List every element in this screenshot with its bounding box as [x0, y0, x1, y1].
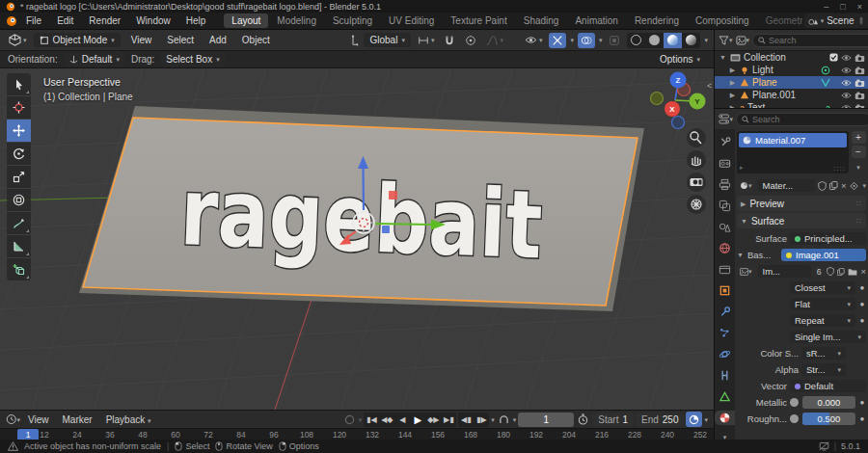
- menu-window[interactable]: Window: [129, 14, 177, 27]
- node-link-dropdown[interactable]: ▾: [862, 182, 866, 189]
- tab-world[interactable]: [715, 241, 735, 255]
- tool-cursor[interactable]: [7, 96, 31, 119]
- snap-target-button[interactable]: ▾: [415, 33, 438, 48]
- fake-user-shield-icon[interactable]: [827, 267, 834, 276]
- outliner-search-input[interactable]: [769, 36, 868, 45]
- tab-sculpting[interactable]: Sculpting: [325, 13, 380, 28]
- sidebar-collapse-arrow[interactable]: <: [707, 81, 712, 91]
- tool-annotate[interactable]: [7, 212, 31, 234]
- image-users-count[interactable]: 6: [814, 265, 825, 278]
- material-slot-active[interactable]: Material.007: [739, 133, 847, 147]
- tool-measure[interactable]: [7, 235, 31, 257]
- material-name-field[interactable]: Mater...: [758, 179, 815, 192]
- loop-toggle-button[interactable]: [497, 413, 511, 427]
- tab-modifiers[interactable]: [715, 305, 735, 319]
- tab-particles[interactable]: [715, 326, 735, 340]
- step-dropdown[interactable]: ▾: [491, 416, 495, 423]
- camera-render-icon[interactable]: [854, 54, 865, 62]
- tab-constraints[interactable]: [715, 368, 735, 383]
- camera-render-icon[interactable]: [854, 79, 865, 87]
- scene-selector[interactable]: ▾ Scene ×: [804, 13, 868, 28]
- viewport-zoom-button[interactable]: [687, 128, 706, 147]
- overlays-dropdown[interactable]: ▾: [599, 37, 603, 43]
- copy-datablock-icon[interactable]: [837, 268, 845, 276]
- viewport-pan-button[interactable]: [687, 150, 706, 170]
- eye-icon[interactable]: [841, 54, 852, 62]
- add-material-slot-button[interactable]: +: [852, 131, 866, 144]
- nav-gizmo[interactable]: Z Y X: [651, 72, 706, 129]
- properties-search-input[interactable]: [752, 115, 865, 124]
- timeline-menu-marker[interactable]: Marker: [57, 413, 98, 426]
- xray-toggle[interactable]: [606, 33, 623, 48]
- shading-wireframe-button[interactable]: [627, 33, 645, 48]
- playback-sync-button[interactable]: [686, 412, 702, 427]
- color-space-dropdown[interactable]: sR...▾: [801, 347, 846, 360]
- transform-pivot-icon[interactable]: [345, 33, 360, 47]
- alpha-dropdown[interactable]: Str...▾: [801, 363, 846, 376]
- fake-user-shield-icon[interactable]: [818, 181, 827, 191]
- properties-editor-type-button[interactable]: ▾: [719, 112, 733, 126]
- outliner-display-mode-button[interactable]: ▾: [736, 33, 750, 47]
- roughness-socket-icon[interactable]: [790, 414, 799, 423]
- tab-render[interactable]: [715, 156, 735, 171]
- camera-render-icon[interactable]: [854, 67, 865, 74]
- unlink-material-icon[interactable]: ×: [841, 180, 847, 191]
- open-folder-icon[interactable]: [848, 268, 857, 276]
- loop-dropdown[interactable]: ▾: [513, 416, 517, 423]
- keying-dropdown[interactable]: ▾: [359, 416, 363, 423]
- vector-input[interactable]: Default: [790, 380, 866, 392]
- tool-move[interactable]: [7, 120, 31, 142]
- timeline-menu-playback[interactable]: Playback ▾: [100, 413, 157, 426]
- tool-rotate[interactable]: [7, 143, 31, 165]
- outliner-row-plane[interactable]: ▶ Plane: [715, 76, 868, 89]
- tab-layout[interactable]: Layout: [224, 13, 268, 28]
- surface-panel-header[interactable]: ▼Surface∷: [737, 213, 866, 228]
- viewport-perspective-button[interactable]: [687, 195, 706, 214]
- image-name-field[interactable]: Im...: [758, 265, 811, 278]
- camera-render-icon[interactable]: [854, 92, 865, 99]
- visibility-dropdown[interactable]: ▾: [522, 33, 546, 48]
- metallic-slider[interactable]: 0.000: [802, 396, 855, 409]
- outliner-row-plane-001[interactable]: ▶ Plane.001: [715, 89, 868, 101]
- properties-search[interactable]: [736, 113, 868, 126]
- pin-icon[interactable]: [857, 16, 865, 25]
- node-link-icon[interactable]: [849, 181, 859, 191]
- tool-transform[interactable]: [7, 189, 31, 211]
- outliner-search[interactable]: [752, 34, 868, 47]
- menu-view[interactable]: View: [124, 34, 159, 46]
- light-data-icon[interactable]: [821, 66, 830, 75]
- mesh-data-icon[interactable]: [821, 78, 830, 87]
- jump-to-start-button[interactable]: ▮◀: [364, 415, 379, 424]
- nav-axis-neg-y[interactable]: [651, 93, 664, 105]
- blender-menu-icon[interactable]: [6, 13, 17, 28]
- tab-animation[interactable]: Animation: [567, 13, 625, 28]
- tab-data[interactable]: [715, 389, 735, 404]
- interpolation-dropdown[interactable]: Closest▾: [790, 281, 855, 294]
- remove-material-slot-button[interactable]: −: [852, 146, 866, 158]
- slot-list-expand-icon[interactable]: ▸: [740, 164, 744, 173]
- timeline-ruler[interactable]: 1 12243648607284961081201321441561681801…: [0, 428, 714, 440]
- proportional-falloff-button[interactable]: ▾: [483, 33, 506, 48]
- metallic-socket-icon[interactable]: [790, 398, 799, 407]
- copy-datablock-icon[interactable]: [829, 181, 838, 190]
- outliner-row-text[interactable]: ▶ a Text a: [715, 101, 868, 108]
- browse-image-button[interactable]: ▾: [737, 265, 755, 278]
- tab-material[interactable]: [715, 411, 735, 425]
- menu-add[interactable]: Add: [203, 34, 233, 46]
- outliner-row-collection[interactable]: ▼ Collection: [715, 51, 868, 64]
- end-frame-field[interactable]: End250: [636, 413, 684, 427]
- tab-physics[interactable]: [715, 347, 735, 361]
- next-keyframe-button[interactable]: ◆▶: [425, 415, 441, 424]
- 3d-viewport[interactable]: ragebait.ai ragebait: [0, 68, 714, 410]
- minimize-button[interactable]: –: [824, 2, 828, 12]
- menu-help[interactable]: Help: [179, 14, 213, 27]
- menu-file[interactable]: File: [19, 14, 48, 27]
- snap-magnet-button[interactable]: [441, 33, 458, 48]
- auto-keying-record-button[interactable]: [342, 413, 357, 427]
- close-button[interactable]: ×: [857, 2, 862, 12]
- tab-rendering[interactable]: Rendering: [627, 13, 687, 28]
- source-dropdown[interactable]: Single Im...▾: [790, 331, 866, 343]
- jump-to-end-button[interactable]: ▶▮: [441, 415, 456, 424]
- tab-tool[interactable]: [715, 135, 735, 149]
- checkbox-checked-icon[interactable]: [829, 53, 838, 62]
